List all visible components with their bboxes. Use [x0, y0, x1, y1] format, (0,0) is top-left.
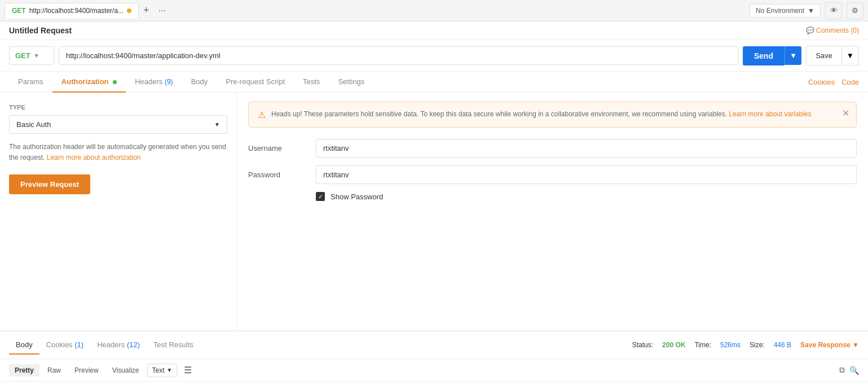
- resp-tab-body[interactable]: Body: [9, 336, 39, 355]
- send-button-group: Send ▼: [743, 46, 801, 65]
- resp-tab-cookies[interactable]: Cookies (1): [39, 336, 90, 355]
- tab-prerequest[interactable]: Pre-request Script: [217, 72, 294, 93]
- tab-method: GET: [12, 7, 26, 15]
- chevron-down-icon: ▼: [790, 51, 797, 60]
- tab-dot: [127, 8, 131, 13]
- auth-description: The authorization header will be automat…: [9, 142, 227, 163]
- left-panel: TYPE Basic Auth ▼ The authorization head…: [0, 93, 237, 330]
- chevron-down-icon: ▼: [214, 121, 220, 128]
- chevron-down-icon: ▼: [167, 367, 173, 373]
- copy-button[interactable]: ⧉: [839, 365, 845, 375]
- size-label: Size:: [750, 341, 765, 349]
- comments-button[interactable]: 💬 Comments (0): [806, 27, 859, 34]
- chevron-down-icon: ▼: [34, 53, 39, 59]
- chevron-down-icon: ▼: [808, 7, 814, 15]
- method-label: GET: [15, 51, 30, 60]
- warning-close-button[interactable]: ✕: [842, 108, 849, 119]
- eye-icon: 👁: [830, 6, 838, 15]
- time-label: Time:: [694, 341, 711, 349]
- resp-tab-headers[interactable]: Headers (12): [90, 336, 147, 355]
- request-tabs-right: Cookies Code: [808, 78, 859, 86]
- wrap-icon: ☰: [184, 365, 192, 375]
- fmt-tab-preview[interactable]: Preview: [69, 364, 104, 377]
- tab-settings[interactable]: Settings: [329, 72, 373, 93]
- comments-label: Comments (0): [816, 27, 859, 34]
- fmt-tab-visualize[interactable]: Visualize: [107, 364, 145, 377]
- show-password-checkbox[interactable]: [316, 192, 325, 201]
- username-label: Username: [248, 144, 316, 152]
- fmt-tab-pretty[interactable]: Pretty: [9, 364, 39, 377]
- tab-params[interactable]: Params: [9, 72, 52, 93]
- comment-icon: 💬: [806, 27, 816, 34]
- send-button[interactable]: Send: [743, 46, 785, 65]
- gear-icon: ⚙: [852, 6, 858, 15]
- tab-bar-right: No Environment ▼ 👁 ⚙: [750, 2, 863, 19]
- request-title: Untitled Request: [9, 26, 72, 35]
- add-tab-button[interactable]: +: [139, 5, 154, 16]
- status-value: 200 OK: [662, 341, 685, 349]
- send-dropdown-button[interactable]: ▼: [785, 46, 801, 65]
- status-label: Status:: [632, 341, 653, 349]
- search-button[interactable]: 🔍: [849, 366, 859, 375]
- size-value: 446 B: [774, 341, 791, 349]
- auth-type-value: Basic Auth: [16, 120, 51, 129]
- chevron-down-icon: ▼: [847, 51, 854, 60]
- wrap-button[interactable]: ☰: [179, 362, 196, 378]
- format-dropdown[interactable]: Text ▼: [147, 364, 178, 377]
- show-password-row: Show Password: [316, 192, 857, 201]
- authorization-dot: [113, 80, 117, 84]
- time-value: 526ms: [720, 341, 741, 349]
- eye-icon-button[interactable]: 👁: [825, 2, 842, 19]
- environment-dropdown[interactable]: No Environment ▼: [750, 4, 821, 18]
- learn-more-link[interactable]: Learn more about authorization: [47, 154, 141, 161]
- search-icon: 🔍: [849, 366, 859, 375]
- method-select[interactable]: GET ▼: [9, 46, 54, 65]
- save-button[interactable]: Save: [806, 46, 842, 65]
- warning-banner: ⚠ Heads up! These parameters hold sensit…: [248, 102, 857, 128]
- save-button-group: Save ▼: [806, 46, 859, 65]
- cookies-link[interactable]: Cookies: [808, 78, 835, 86]
- auth-type-select[interactable]: Basic Auth ▼: [9, 115, 227, 134]
- main-content: TYPE Basic Auth ▼ The authorization head…: [0, 93, 868, 330]
- show-password-label: Show Password: [331, 193, 383, 201]
- password-label: Password: [248, 171, 316, 179]
- tab-authorization[interactable]: Authorization: [52, 72, 126, 93]
- response-area: Body Cookies (1) Headers (12) Test Resul…: [0, 330, 868, 389]
- request-tab[interactable]: GET http://localhost:9400/master/a...: [5, 3, 139, 18]
- url-bar: GET ▼ Send ▼ Save ▼: [0, 40, 868, 72]
- preview-request-button[interactable]: Preview Request: [9, 174, 90, 194]
- response-stats: Status: 200 OK Time: 526ms Size: 446 B S…: [632, 341, 859, 349]
- title-bar: Untitled Request 💬 Comments (0): [0, 21, 868, 40]
- password-input[interactable]: [316, 165, 857, 184]
- tab-tests[interactable]: Tests: [294, 72, 329, 93]
- more-tabs-button[interactable]: ···: [154, 6, 170, 16]
- right-panel: ⚠ Heads up! These parameters hold sensit…: [237, 93, 868, 330]
- body-format-bar: Pretty Raw Preview Visualize Text ▼ ☰ ⧉ …: [0, 359, 868, 382]
- format-right: ⧉ 🔍: [839, 365, 859, 375]
- format-value: Text: [152, 366, 165, 374]
- learn-more-variables-link[interactable]: Learn more about variables: [729, 110, 811, 118]
- gear-icon-button[interactable]: ⚙: [847, 2, 863, 19]
- save-dropdown-button[interactable]: ▼: [842, 46, 859, 65]
- type-label: TYPE: [9, 104, 227, 111]
- tab-url: http://localhost:9400/master/a...: [29, 7, 124, 15]
- url-input[interactable]: [59, 46, 738, 65]
- username-input[interactable]: [316, 139, 857, 158]
- username-field-row: Username: [248, 139, 857, 158]
- environment-label: No Environment: [756, 7, 804, 15]
- code-link[interactable]: Code: [841, 78, 859, 86]
- resp-tab-test-results[interactable]: Test Results: [147, 336, 200, 355]
- fmt-tab-raw[interactable]: Raw: [42, 364, 67, 377]
- save-response-button[interactable]: Save Response ▼: [800, 341, 859, 349]
- copy-icon: ⧉: [839, 365, 845, 374]
- warning-icon: ⚠: [258, 110, 266, 120]
- chevron-down-icon: ▼: [852, 341, 859, 349]
- response-header: Body Cookies (1) Headers (12) Test Resul…: [0, 331, 868, 359]
- request-tabs: Params Authorization Headers (9) Body Pr…: [0, 72, 868, 93]
- tab-headers[interactable]: Headers (9): [126, 72, 182, 93]
- password-field-row: Password: [248, 165, 857, 184]
- tab-body[interactable]: Body: [182, 72, 217, 93]
- code-output: 1 application: 2 name: master-config-dev…: [0, 382, 868, 389]
- tab-bar: GET http://localhost:9400/master/a... + …: [0, 0, 868, 21]
- warning-text: Heads up! These parameters hold sensitiv…: [271, 109, 847, 120]
